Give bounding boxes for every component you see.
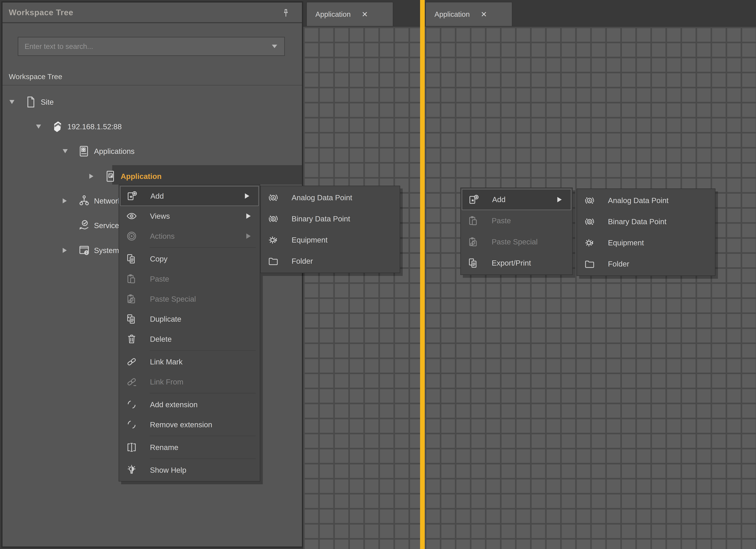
- search-box: [18, 37, 285, 56]
- svg-text:A: A: [272, 196, 275, 200]
- tree-item-applications[interactable]: Applications: [63, 143, 135, 160]
- menu-item-label: Paste: [492, 216, 511, 225]
- expander-down-icon[interactable]: [9, 100, 24, 104]
- menu-item-export-print[interactable]: Export/Print: [461, 252, 572, 274]
- menu-item-label: Add: [150, 192, 164, 200]
- tree-item-services[interactable]: Services: [63, 217, 123, 234]
- menu-separator: [150, 247, 256, 248]
- paste-special-icon: [467, 236, 479, 248]
- expander-down-icon[interactable]: [63, 149, 78, 153]
- tree-item-site[interactable]: Site: [9, 94, 54, 110]
- expander-right-icon[interactable]: [63, 198, 78, 203]
- tree-item-label: 192.168.1.52:88: [67, 122, 122, 131]
- search-dropdown-icon[interactable]: [272, 45, 277, 48]
- network-icon: [78, 194, 94, 207]
- menu-item-binary-data-point[interactable]: B Binary Data Point: [577, 211, 715, 232]
- menu-item-add[interactable]: Add: [462, 189, 571, 210]
- menu-item-label: Paste Special: [492, 238, 538, 246]
- menu-item-label: Rename: [150, 443, 178, 452]
- menu-item-label: Add: [492, 195, 505, 204]
- panel-title: Workspace Tree: [9, 8, 73, 17]
- add-extension-icon: [126, 399, 138, 410]
- menu-item-folder[interactable]: Folder: [577, 253, 715, 275]
- app-window: Workspace Tree Workspace Tree Site: [0, 0, 756, 549]
- menu-item-equipment[interactable]: Equipment: [577, 232, 715, 253]
- remove-extension-icon: [126, 419, 138, 431]
- menu-item-add-extension[interactable]: Add extension: [119, 395, 260, 415]
- tree-item-network[interactable]: Network: [63, 192, 122, 209]
- paste-special-icon: [126, 293, 138, 305]
- controller-icon: [51, 120, 67, 133]
- expander-down-icon[interactable]: [36, 125, 51, 129]
- menu-item-label: Folder: [608, 260, 629, 268]
- menu-item-duplicate[interactable]: Duplicate: [119, 309, 260, 329]
- menu-item-paste-special[interactable]: Paste Special: [461, 231, 572, 252]
- menu-item-remove-extension[interactable]: Remove extension: [119, 415, 260, 435]
- copy-icon: [126, 253, 138, 265]
- menu-item-label: Add extension: [150, 400, 198, 409]
- rename-icon: [126, 441, 138, 453]
- menu-item-label: Delete: [150, 335, 172, 343]
- menu-item-analog-data-point[interactable]: A Analog Data Point: [261, 187, 400, 208]
- link-mark-icon: [126, 356, 138, 368]
- menu-item-label: Equipment: [608, 238, 644, 247]
- application-icon: [104, 170, 121, 183]
- menu-item-analog-data-point[interactable]: A Analog Data Point: [577, 190, 715, 211]
- tree-item-controller[interactable]: 192.168.1.52:88: [36, 118, 122, 135]
- export-print-icon: [467, 257, 479, 269]
- tab-application-right[interactable]: Application ✕: [425, 2, 512, 26]
- tree-item-application[interactable]: Application: [89, 168, 162, 185]
- close-icon[interactable]: ✕: [362, 10, 368, 19]
- menu-item-copy[interactable]: Copy: [119, 249, 260, 269]
- menu-item-link-mark[interactable]: Link Mark: [119, 352, 260, 372]
- menu-item-show-help[interactable]: Show Help: [119, 460, 260, 480]
- menu-item-equipment[interactable]: Equipment: [261, 229, 400, 251]
- menu-item-views[interactable]: Views: [119, 206, 260, 226]
- menu-item-label: Folder: [292, 257, 313, 265]
- folder-icon: [267, 255, 279, 267]
- menu-item-binary-data-point[interactable]: B Binary Data Point: [261, 208, 400, 229]
- expander-right-icon[interactable]: [63, 248, 78, 253]
- analog-data-point-icon: A: [267, 192, 279, 204]
- views-icon: [126, 210, 138, 222]
- menu-item-label: Analog Data Point: [292, 193, 352, 202]
- paste-icon: [126, 273, 138, 285]
- menu-item-folder[interactable]: Folder: [261, 251, 400, 272]
- tree-section-row: Workspace Tree: [3, 68, 302, 86]
- svg-text:A: A: [588, 198, 591, 203]
- wiresheet-canvas-right[interactable]: [425, 26, 756, 549]
- menu-item-delete[interactable]: Delete: [119, 329, 260, 349]
- close-icon[interactable]: ✕: [481, 10, 487, 19]
- tab-application-left[interactable]: Application ✕: [306, 2, 393, 26]
- menu-item-rename[interactable]: Rename: [119, 437, 260, 457]
- search-input[interactable]: [18, 42, 272, 51]
- menu-item-label: Duplicate: [150, 315, 181, 323]
- paste-icon: [467, 215, 479, 227]
- wiresheet-canvas-left[interactable]: [303, 26, 421, 549]
- panel-divider[interactable]: [420, 0, 425, 549]
- menu-separator: [150, 393, 256, 393]
- menu-item-label: Equipment: [292, 236, 327, 244]
- binary-data-point-icon: B: [584, 216, 596, 228]
- menu-item-label: Binary Data Point: [292, 214, 350, 223]
- menu-item-add[interactable]: Add: [120, 186, 259, 206]
- pin-icon[interactable]: [281, 7, 291, 20]
- menu-item-label: Link From: [150, 378, 183, 386]
- delete-icon: [126, 333, 138, 345]
- menu-item-paste[interactable]: Paste: [119, 269, 260, 289]
- submenu-add-right: A Analog Data Point B Binary Data Point …: [577, 188, 715, 276]
- menu-item-paste[interactable]: Paste: [461, 210, 572, 231]
- menu-item-label: Show Help: [150, 466, 186, 474]
- svg-text:B: B: [272, 217, 275, 221]
- tree-item-system[interactable]: System: [63, 242, 119, 259]
- menu-item-label: Binary Data Point: [608, 217, 667, 226]
- submenu-arrow-icon: [557, 197, 562, 202]
- expander-right-icon[interactable]: [89, 174, 104, 179]
- binary-data-point-icon: B: [267, 213, 279, 225]
- menu-item-actions[interactable]: Actions: [119, 226, 260, 246]
- menu-item-label: Link Mark: [150, 358, 183, 366]
- actions-icon: [126, 230, 138, 242]
- menu-item-link-from[interactable]: Link From: [119, 372, 260, 392]
- link-from-icon: [126, 376, 138, 388]
- menu-item-paste-special[interactable]: Paste Special: [119, 289, 260, 309]
